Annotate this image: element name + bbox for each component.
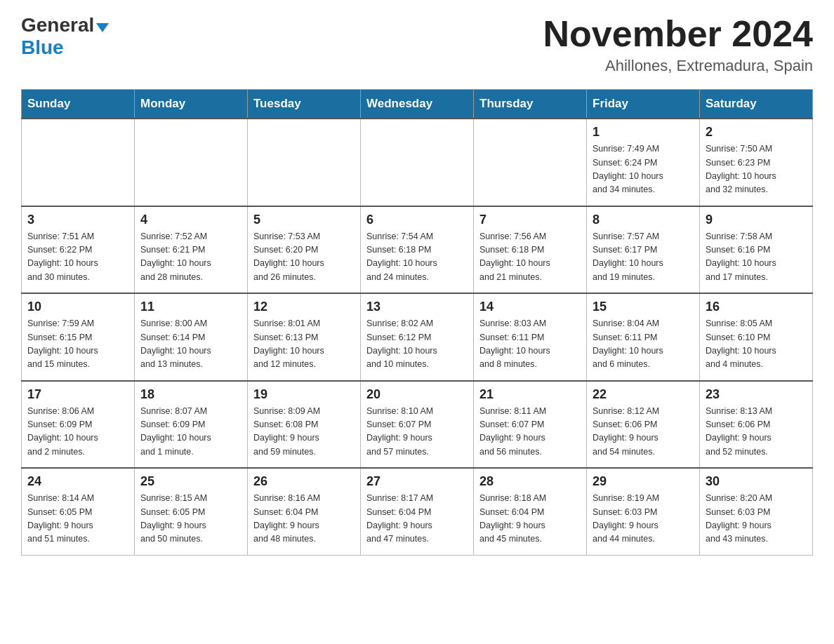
- day-info-7: Sunrise: 7:56 AMSunset: 6:18 PMDaylight:…: [479, 230, 581, 285]
- day-cell-1: 1Sunrise: 7:49 AMSunset: 6:24 PMDaylight…: [587, 119, 700, 206]
- day-number-30: 30: [706, 474, 807, 489]
- day-info-11: Sunrise: 8:00 AMSunset: 6:14 PMDaylight:…: [140, 317, 241, 372]
- column-header-sunday: Sunday: [22, 90, 135, 119]
- day-number-19: 19: [253, 387, 355, 402]
- day-info-25: Sunrise: 8:15 AMSunset: 6:05 PMDaylight:…: [140, 492, 241, 546]
- empty-cell: [248, 119, 361, 206]
- day-info-28: Sunrise: 8:18 AMSunset: 6:04 PMDaylight:…: [479, 492, 581, 546]
- day-info-20: Sunrise: 8:10 AMSunset: 6:07 PMDaylight:…: [366, 405, 468, 459]
- column-header-friday: Friday: [587, 90, 700, 119]
- title-section: November 2024 Ahillones, Extremadura, Sp…: [543, 14, 813, 75]
- day-info-22: Sunrise: 8:12 AMSunset: 6:06 PMDaylight:…: [593, 405, 694, 459]
- day-number-1: 1: [593, 125, 694, 140]
- day-info-17: Sunrise: 8:06 AMSunset: 6:09 PMDaylight:…: [27, 405, 128, 459]
- week-row-5: 24Sunrise: 8:14 AMSunset: 6:05 PMDayligh…: [22, 468, 813, 555]
- day-info-5: Sunrise: 7:53 AMSunset: 6:20 PMDaylight:…: [253, 230, 355, 285]
- day-cell-17: 17Sunrise: 8:06 AMSunset: 6:09 PMDayligh…: [22, 381, 135, 469]
- week-row-1: 1Sunrise: 7:49 AMSunset: 6:24 PMDaylight…: [22, 119, 813, 206]
- day-number-3: 3: [27, 213, 128, 227]
- day-cell-20: 20Sunrise: 8:10 AMSunset: 6:07 PMDayligh…: [361, 381, 474, 469]
- empty-cell: [135, 119, 248, 206]
- day-info-27: Sunrise: 8:17 AMSunset: 6:04 PMDaylight:…: [366, 492, 468, 546]
- day-info-6: Sunrise: 7:54 AMSunset: 6:18 PMDaylight:…: [366, 230, 468, 285]
- day-info-4: Sunrise: 7:52 AMSunset: 6:21 PMDaylight:…: [140, 230, 241, 285]
- month-title: November 2024: [543, 14, 813, 54]
- day-cell-11: 11Sunrise: 8:00 AMSunset: 6:14 PMDayligh…: [135, 293, 248, 381]
- day-number-20: 20: [366, 387, 468, 402]
- day-number-2: 2: [706, 125, 807, 140]
- logo: General Blue: [21, 14, 109, 59]
- day-cell-30: 30Sunrise: 8:20 AMSunset: 6:03 PMDayligh…: [700, 468, 813, 555]
- day-number-18: 18: [140, 387, 241, 402]
- day-info-24: Sunrise: 8:14 AMSunset: 6:05 PMDaylight:…: [27, 492, 128, 546]
- column-header-wednesday: Wednesday: [361, 90, 474, 119]
- day-number-13: 13: [366, 300, 468, 314]
- day-cell-29: 29Sunrise: 8:19 AMSunset: 6:03 PMDayligh…: [587, 468, 700, 555]
- day-cell-23: 23Sunrise: 8:13 AMSunset: 6:06 PMDayligh…: [700, 381, 813, 469]
- day-cell-12: 12Sunrise: 8:01 AMSunset: 6:13 PMDayligh…: [248, 293, 361, 381]
- day-info-21: Sunrise: 8:11 AMSunset: 6:07 PMDaylight:…: [479, 405, 581, 459]
- week-row-2: 3Sunrise: 7:51 AMSunset: 6:22 PMDaylight…: [22, 206, 813, 294]
- page-header: General Blue November 2024 Ahillones, Ex…: [21, 14, 813, 75]
- day-info-23: Sunrise: 8:13 AMSunset: 6:06 PMDaylight:…: [706, 405, 807, 459]
- day-info-30: Sunrise: 8:20 AMSunset: 6:03 PMDaylight:…: [706, 492, 807, 546]
- day-number-29: 29: [593, 474, 694, 489]
- day-cell-22: 22Sunrise: 8:12 AMSunset: 6:06 PMDayligh…: [587, 381, 700, 469]
- column-header-saturday: Saturday: [700, 90, 813, 119]
- day-number-28: 28: [479, 474, 581, 489]
- empty-cell: [361, 119, 474, 206]
- day-info-12: Sunrise: 8:01 AMSunset: 6:13 PMDaylight:…: [253, 317, 355, 372]
- day-cell-6: 6Sunrise: 7:54 AMSunset: 6:18 PMDaylight…: [361, 206, 474, 294]
- column-header-monday: Monday: [135, 90, 248, 119]
- day-info-9: Sunrise: 7:58 AMSunset: 6:16 PMDaylight:…: [706, 230, 807, 285]
- day-cell-7: 7Sunrise: 7:56 AMSunset: 6:18 PMDaylight…: [474, 206, 587, 294]
- day-cell-15: 15Sunrise: 8:04 AMSunset: 6:11 PMDayligh…: [587, 293, 700, 381]
- day-cell-13: 13Sunrise: 8:02 AMSunset: 6:12 PMDayligh…: [361, 293, 474, 381]
- day-cell-24: 24Sunrise: 8:14 AMSunset: 6:05 PMDayligh…: [22, 468, 135, 555]
- day-number-4: 4: [140, 213, 241, 227]
- week-row-4: 17Sunrise: 8:06 AMSunset: 6:09 PMDayligh…: [22, 381, 813, 469]
- day-info-10: Sunrise: 7:59 AMSunset: 6:15 PMDaylight:…: [27, 317, 128, 372]
- day-cell-8: 8Sunrise: 7:57 AMSunset: 6:17 PMDaylight…: [587, 206, 700, 294]
- day-cell-19: 19Sunrise: 8:09 AMSunset: 6:08 PMDayligh…: [248, 381, 361, 469]
- day-info-13: Sunrise: 8:02 AMSunset: 6:12 PMDaylight:…: [366, 317, 468, 372]
- day-cell-9: 9Sunrise: 7:58 AMSunset: 6:16 PMDaylight…: [700, 206, 813, 294]
- logo-triangle-icon: [96, 23, 109, 32]
- day-number-22: 22: [593, 387, 694, 402]
- day-info-18: Sunrise: 8:07 AMSunset: 6:09 PMDaylight:…: [140, 405, 241, 459]
- day-info-8: Sunrise: 7:57 AMSunset: 6:17 PMDaylight:…: [593, 230, 694, 285]
- column-header-thursday: Thursday: [474, 90, 587, 119]
- empty-cell: [474, 119, 587, 206]
- column-header-tuesday: Tuesday: [248, 90, 361, 119]
- day-info-1: Sunrise: 7:49 AMSunset: 6:24 PMDaylight:…: [593, 142, 694, 197]
- day-cell-27: 27Sunrise: 8:17 AMSunset: 6:04 PMDayligh…: [361, 468, 474, 555]
- empty-cell: [22, 119, 135, 206]
- day-number-26: 26: [253, 474, 355, 489]
- day-info-29: Sunrise: 8:19 AMSunset: 6:03 PMDaylight:…: [593, 492, 694, 546]
- day-cell-28: 28Sunrise: 8:18 AMSunset: 6:04 PMDayligh…: [474, 468, 587, 555]
- day-cell-2: 2Sunrise: 7:50 AMSunset: 6:23 PMDaylight…: [700, 119, 813, 206]
- day-number-10: 10: [27, 300, 128, 314]
- day-number-6: 6: [366, 213, 468, 227]
- day-cell-4: 4Sunrise: 7:52 AMSunset: 6:21 PMDaylight…: [135, 206, 248, 294]
- day-number-24: 24: [27, 474, 128, 489]
- day-number-15: 15: [593, 300, 694, 314]
- day-number-5: 5: [253, 213, 355, 227]
- day-number-14: 14: [479, 300, 581, 314]
- day-number-7: 7: [479, 213, 581, 227]
- day-number-25: 25: [140, 474, 241, 489]
- day-info-2: Sunrise: 7:50 AMSunset: 6:23 PMDaylight:…: [706, 142, 807, 197]
- week-row-3: 10Sunrise: 7:59 AMSunset: 6:15 PMDayligh…: [22, 293, 813, 381]
- day-number-12: 12: [253, 300, 355, 314]
- day-info-3: Sunrise: 7:51 AMSunset: 6:22 PMDaylight:…: [27, 230, 128, 285]
- day-info-14: Sunrise: 8:03 AMSunset: 6:11 PMDaylight:…: [479, 317, 581, 372]
- day-cell-16: 16Sunrise: 8:05 AMSunset: 6:10 PMDayligh…: [700, 293, 813, 381]
- day-info-19: Sunrise: 8:09 AMSunset: 6:08 PMDaylight:…: [253, 405, 355, 459]
- day-number-9: 9: [706, 213, 807, 227]
- day-number-27: 27: [366, 474, 468, 489]
- day-number-23: 23: [706, 387, 807, 402]
- logo-blue-text: Blue: [21, 36, 64, 58]
- header-row: SundayMondayTuesdayWednesdayThursdayFrid…: [22, 90, 813, 119]
- logo-general-text: General: [21, 14, 94, 36]
- location: Ahillones, Extremadura, Spain: [543, 57, 813, 75]
